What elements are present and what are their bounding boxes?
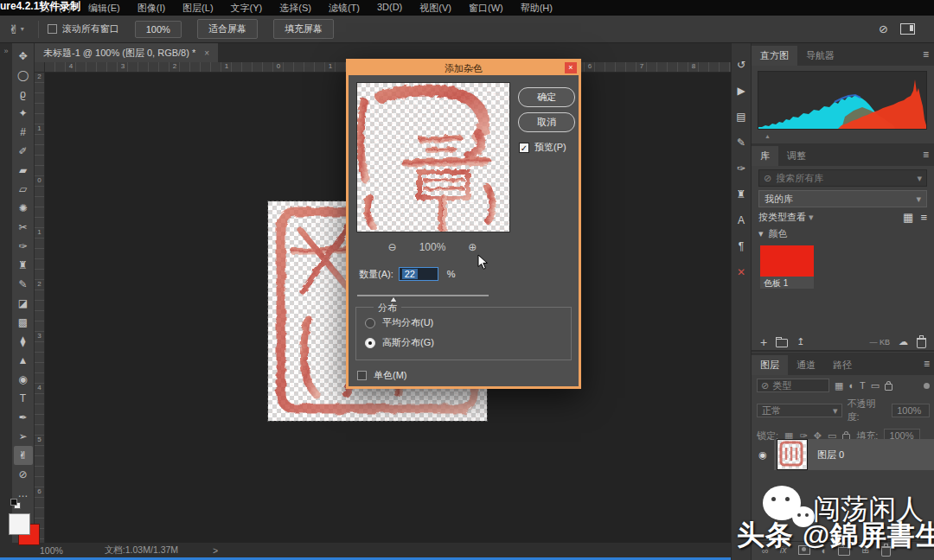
workspace-icon[interactable]	[900, 23, 915, 35]
tab-paths[interactable]: 路径	[824, 355, 860, 375]
my-library-dropdown[interactable]: 我的库 ▾	[758, 190, 927, 207]
new-group-icon[interactable]	[776, 339, 788, 347]
brushes-panel-icon[interactable]: ✑	[732, 157, 752, 183]
history-panel-icon[interactable]: ↺	[732, 54, 752, 80]
menu-item[interactable]: 帮助(H)	[512, 2, 561, 15]
uniform-radio[interactable]	[365, 318, 375, 328]
burn-tool[interactable]: ✺	[14, 199, 33, 218]
preview-checkbox[interactable]: ✓	[519, 143, 529, 153]
blend-mode-dropdown[interactable]: 正常 ▾	[757, 404, 842, 417]
hand-tool-icon[interactable]: ✌	[9, 22, 19, 36]
path-select-tool[interactable]: ➢	[14, 427, 33, 446]
collapse-icon[interactable]: »	[3, 47, 8, 55]
monochromatic-checkbox[interactable]	[357, 371, 367, 380]
tool-presets-panel-icon[interactable]: ▤	[732, 105, 752, 131]
menu-item[interactable]: 图层(L)	[174, 2, 221, 15]
layer-row[interactable]: ◉ 图层 0	[752, 439, 934, 470]
cloud-sync-icon[interactable]: ☁	[899, 336, 908, 347]
tab-channels[interactable]: 通道	[788, 355, 824, 375]
actions-panel-icon[interactable]: ▶	[732, 80, 752, 105]
filter-shape-icon[interactable]: ▭	[871, 380, 880, 391]
lasso-tool[interactable]: ϱ	[14, 85, 33, 104]
panel-menu-icon[interactable]: ≡	[924, 358, 930, 370]
default-colors-icon[interactable]	[10, 499, 17, 506]
gradient-tool[interactable]: ▩	[14, 313, 33, 332]
colors-collapse-icon[interactable]: ▾	[758, 228, 764, 239]
menu-item[interactable]: 滤镜(T)	[320, 2, 368, 15]
tab-adjustments[interactable]: 调整	[778, 146, 815, 166]
ok-button[interactable]: 确定	[518, 87, 575, 107]
library-search-input[interactable]: ⊘ 搜索所有库 ▾	[758, 169, 927, 187]
status-chevron-icon[interactable]: >	[213, 545, 218, 556]
menu-item[interactable]: 选择(S)	[271, 2, 320, 15]
list-view-icon[interactable]: ≡	[920, 211, 927, 224]
chevron-down-icon[interactable]: ▾	[917, 173, 922, 184]
marquee-tool[interactable]: ◯	[14, 66, 33, 85]
filter-toggle-icon[interactable]	[924, 383, 930, 389]
brush-tool[interactable]: ✑	[14, 237, 33, 256]
filter-adjustment-icon[interactable]: ◐	[848, 380, 854, 391]
layer-filter-type[interactable]: ⊘ 类型	[757, 379, 829, 392]
slice-tool[interactable]: ✂	[14, 218, 33, 237]
add-library-item-icon[interactable]: +	[760, 335, 767, 349]
status-zoom-level[interactable]: 100%	[40, 545, 63, 556]
menu-item[interactable]: 文字(Y)	[222, 2, 272, 15]
menu-item[interactable]: 3D(D)	[368, 2, 411, 15]
type-tool[interactable]: T	[14, 389, 33, 408]
histogram-refresh-icon[interactable]: ▲	[764, 133, 771, 139]
fit-screen-button[interactable]: 适合屏幕	[197, 19, 258, 39]
zoom-tool[interactable]: ⊘	[14, 465, 33, 484]
library-swatch-item[interactable]: 色板 1	[760, 245, 814, 289]
delete-icon[interactable]	[917, 338, 926, 348]
menu-item[interactable]: 视图(V)	[411, 2, 460, 15]
panel-menu-icon[interactable]: ≡	[923, 48, 929, 60]
gaussian-radio[interactable]	[365, 338, 375, 348]
cancel-button[interactable]: 取消	[518, 112, 575, 132]
amount-input[interactable]: 22	[399, 267, 438, 281]
search-icon[interactable]: ⊘	[879, 22, 888, 35]
foreground-color-swatch[interactable]	[9, 513, 30, 535]
view-by-type-dropdown[interactable]: 按类型查看 ▾	[758, 211, 814, 224]
crop-tool[interactable]: #	[14, 123, 33, 142]
healing-brush-tool[interactable]: ▱	[14, 180, 33, 199]
layer-visibility-eye-icon[interactable]: ◉	[752, 449, 774, 461]
chevron-down-icon[interactable]: ▾	[21, 25, 24, 33]
scroll-all-windows-checkbox[interactable]	[48, 24, 57, 34]
eyedropper-tool[interactable]: ✐	[14, 142, 33, 161]
menu-item[interactable]: 编辑(E)	[80, 2, 129, 15]
panel-menu-icon[interactable]: ≡	[923, 149, 929, 161]
zoom-100-button[interactable]: 100%	[135, 21, 182, 38]
hand-tool[interactable]: ✌	[14, 446, 33, 465]
tab-layers[interactable]: 图层	[752, 355, 788, 375]
spot-healing-tool[interactable]: ▰	[14, 161, 33, 180]
clone-source-panel-icon[interactable]: ♜	[732, 183, 752, 209]
paragraph-panel-icon[interactable]: ¶	[732, 235, 752, 261]
layer-thumbnail[interactable]	[777, 440, 807, 469]
magic-wand-tool[interactable]: ✦	[14, 104, 33, 123]
eraser-tool[interactable]: ◪	[14, 294, 33, 313]
close-panel-icon[interactable]: ✕	[732, 261, 752, 287]
filter-pixel-icon[interactable]: ▦	[835, 380, 843, 391]
blur-tool[interactable]: ⧫	[14, 332, 33, 351]
filter-type-icon[interactable]: T	[860, 380, 866, 391]
tab-libraries[interactable]: 库	[752, 146, 778, 166]
clone-stamp-tool[interactable]: ♜	[14, 256, 33, 275]
tab-navigator[interactable]: 导航器	[797, 46, 843, 66]
dodge-tool[interactable]: ◉	[14, 370, 33, 389]
amount-slider-track[interactable]	[357, 295, 489, 296]
fill-screen-button[interactable]: 填充屏幕	[273, 19, 334, 39]
dialog-close-button[interactable]: ×	[565, 62, 577, 73]
zoom-out-icon[interactable]: ⊖	[388, 241, 397, 253]
brush-settings-panel-icon[interactable]: ✎	[732, 131, 752, 157]
grid-view-icon[interactable]: ▦	[903, 211, 913, 224]
menu-item[interactable]: 窗口(W)	[460, 2, 512, 15]
menu-item[interactable]: 图像(I)	[129, 2, 174, 15]
move-tool[interactable]: ✥	[14, 47, 33, 66]
sharpen-tool[interactable]: ▲	[14, 351, 33, 370]
pencil-tool[interactable]: ✎	[14, 275, 33, 294]
zoom-in-icon[interactable]: ⊕	[468, 241, 477, 253]
pen-tool[interactable]: ✒	[14, 408, 33, 427]
close-icon[interactable]: ×	[204, 48, 209, 58]
tab-histogram[interactable]: 直方图	[752, 46, 797, 66]
document-tab[interactable]: 未标题-1 @ 100% (图层 0, RGB/8) * ×	[35, 43, 218, 62]
